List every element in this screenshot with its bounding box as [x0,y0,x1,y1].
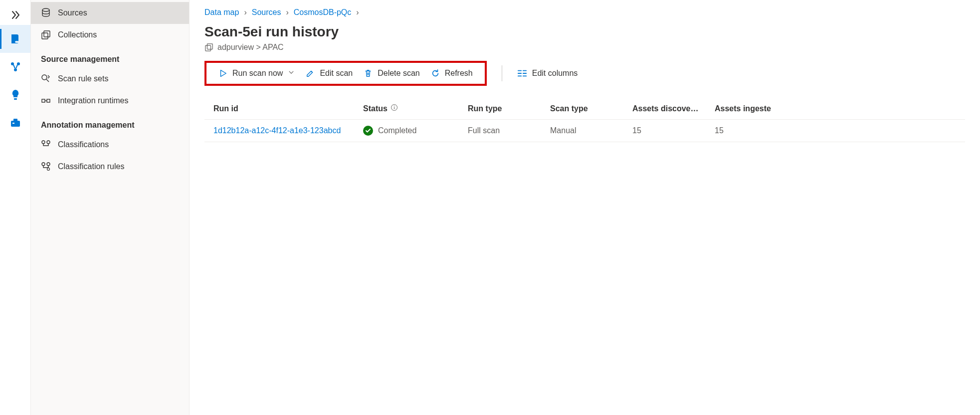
success-icon [363,126,373,136]
svg-point-11 [42,75,47,80]
sidebar-item-label: Integration runtimes [58,96,128,105]
sidebar-item-label: Sources [58,8,87,17]
collections-icon [41,30,51,40]
svg-point-3 [14,68,17,71]
col-run-id[interactable]: Run id [213,104,363,113]
rail-data-map[interactable] [0,25,30,53]
svg-point-15 [47,141,50,144]
sidebar-heading-source-management: Source management [31,46,189,68]
integration-icon [41,96,51,106]
scan-rules-icon [41,74,51,84]
sidebar-item-classifications[interactable]: Classifications [31,134,189,156]
col-status[interactable]: Status [363,104,468,113]
svg-point-18 [47,168,50,171]
expand-rail-button[interactable] [0,5,30,25]
svg-rect-5 [11,121,20,127]
scan-type-cell: Manual [550,126,632,135]
rail-insights[interactable] [0,81,30,109]
cmd-label: Run scan now [232,69,283,78]
sidebar: Sources Collections Source management Sc… [31,0,190,415]
edit-scan-button[interactable]: Edit scan [306,69,353,78]
chevron-right-icon: › [356,8,359,17]
col-scan-type[interactable]: Scan type [550,104,632,113]
sidebar-item-sources[interactable]: Sources [31,2,189,24]
svg-rect-6 [13,119,17,121]
svg-point-16 [42,163,45,166]
collections-icon [204,43,213,52]
delete-scan-button[interactable]: Delete scan [364,69,420,78]
sidebar-item-label: Classifications [58,140,109,149]
main-content: Data map › Sources › CosmosDB-pQc › Scan… [190,0,980,415]
refresh-button[interactable]: Refresh [431,69,473,78]
icon-rail [0,0,31,415]
col-assets-discovered[interactable]: Assets discove… [632,104,715,113]
lightbulb-icon [9,89,21,101]
edit-columns-button[interactable]: Edit columns [517,69,578,78]
sidebar-heading-annotation-management: Annotation management [31,112,189,134]
svg-point-0 [15,41,19,43]
sidebar-item-label: Collections [58,30,97,39]
status-cell: Completed [363,126,468,136]
share-nodes-icon [9,61,21,73]
breadcrumb: Data map › Sources › CosmosDB-pQc › [190,0,980,22]
breadcrumb-link[interactable]: CosmosDB-pQc [294,8,352,17]
page-title: Scan-5ei run history [204,24,965,40]
table-header-row: Run id Status Run type Scan type Assets … [204,98,965,120]
svg-rect-20 [207,44,212,49]
classification-rules-icon [41,162,51,172]
run-id-link[interactable]: 1d12b12a-a12c-4f12-a1e3-123abcd [213,126,363,135]
svg-point-22 [394,106,395,107]
svg-rect-4 [14,98,17,100]
svg-rect-7 [12,123,14,124]
sidebar-item-label: Classification rules [58,162,124,171]
chevron-right-icon: › [286,8,288,17]
col-label: Status [363,104,388,113]
cmd-label: Edit scan [320,69,353,78]
play-icon [218,69,227,78]
subtitle-text: adpurview > APAC [217,43,284,52]
sidebar-item-collections[interactable]: Collections [31,24,189,46]
chevron-down-icon [288,69,295,78]
sidebar-item-integration-runtimes[interactable]: Integration runtimes [31,90,189,112]
chevron-right-icon: › [244,8,246,17]
rail-management[interactable] [0,109,30,137]
cmd-label: Refresh [445,69,473,78]
assets-discovered-cell: 15 [632,126,715,135]
run-scan-now-button[interactable]: Run scan now [218,69,295,78]
cmd-label: Edit columns [532,69,578,78]
svg-rect-19 [205,45,211,51]
sidebar-item-label: Scan rule sets [58,74,108,83]
svg-rect-12 [42,99,45,102]
refresh-icon [431,69,440,78]
run-history-table: Run id Status Run type Scan type Assets … [204,98,965,142]
col-assets-ingested[interactable]: Assets ingeste [715,104,789,113]
pencil-icon [306,69,315,78]
divider [502,65,502,81]
svg-rect-13 [47,99,50,102]
col-run-type[interactable]: Run type [468,104,550,113]
info-icon[interactable] [391,104,398,113]
assets-ingested-cell: 15 [715,126,789,135]
svg-point-8 [42,8,49,11]
cmd-label: Delete scan [378,69,420,78]
table-row: 1d12b12a-a12c-4f12-a1e3-123abcd Complete… [204,120,965,142]
status-text: Completed [378,126,416,135]
sidebar-item-scan-rule-sets[interactable]: Scan rule sets [31,68,189,90]
database-icon [9,33,21,45]
run-type-cell: Full scan [468,126,550,135]
rail-catalog[interactable] [0,53,30,81]
toolbox-icon [9,117,21,129]
chevron-double-right-icon [9,9,21,21]
classifications-icon [41,140,51,150]
sidebar-item-classification-rules[interactable]: Classification rules [31,156,189,178]
highlight-box: Run scan now Edit scan Delete scan [204,61,487,86]
svg-rect-10 [44,31,50,37]
command-bar: Run scan now Edit scan Delete scan [190,52,980,86]
database-icon [41,8,51,18]
breadcrumb-link[interactable]: Data map [204,8,239,17]
columns-icon [517,69,527,78]
breadcrumb-link[interactable]: Sources [252,8,281,17]
svg-point-17 [47,163,50,166]
trash-icon [364,69,373,78]
svg-point-14 [42,141,45,144]
